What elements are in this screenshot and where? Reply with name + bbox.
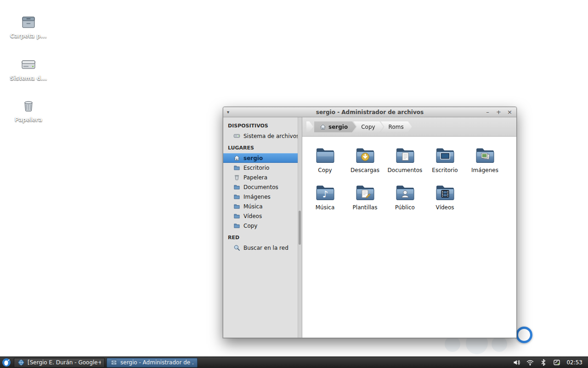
wifi-icon[interactable]	[526, 359, 534, 366]
file-documentos[interactable]: Documentos	[385, 144, 425, 181]
sidebar-item-sistema-de-archivos[interactable]: Sistema de archivos	[223, 131, 302, 141]
file-label: Documentos	[388, 167, 423, 173]
window-body: DISPOSITIVOS Sistema de archivos LUGARES…	[223, 117, 516, 338]
folder-icon	[233, 193, 240, 200]
file-label: Imágenes	[471, 167, 498, 173]
titlebar[interactable]: ▾ sergio - Administrador de archivos – +…	[223, 107, 516, 117]
sidebar-item-label: Copy	[243, 223, 257, 229]
sidebar-section-lugares: LUGARES	[223, 141, 302, 153]
file-musica[interactable]: Música	[305, 181, 345, 218]
bluetooth-icon[interactable]	[540, 359, 547, 366]
sidebar-item-musica[interactable]: Música	[223, 201, 302, 211]
sidebar-item-label: Sistema de archivos	[243, 133, 299, 139]
sidebar-item-buscar-en-la-red[interactable]: Buscar en la red	[223, 243, 302, 253]
folder-icon	[233, 184, 240, 190]
system-tray: 02:53	[513, 359, 588, 366]
sidebar-item-label: Buscar en la red	[243, 245, 288, 251]
sidebar-item-label: sergio	[243, 155, 263, 161]
sidebar-section-red: RED	[223, 230, 302, 243]
sidebar-item-documentos[interactable]: Documentos	[223, 182, 302, 192]
minimize-button[interactable]: –	[485, 109, 491, 115]
breadcrumb-copy[interactable]: Copy	[353, 121, 383, 132]
desktop-icon-label: Papelera	[7, 116, 50, 123]
folder-documents-icon	[394, 144, 416, 166]
sidebar-item-label: Papelera	[243, 174, 267, 181]
sidebar-scrollbar[interactable]	[298, 117, 302, 338]
desktop-icon-filesystem[interactable]: Sistema d...	[7, 56, 50, 81]
maximize-button[interactable]: +	[496, 109, 502, 115]
desktop-icon-home-folder[interactable]: Carpeta p...	[7, 13, 50, 39]
input-device-icon[interactable]	[553, 359, 560, 366]
sidebar-item-escritorio[interactable]: Escritorio	[223, 163, 302, 172]
file-label: Descargas	[351, 167, 379, 173]
xfce-logo-icon	[2, 358, 11, 367]
sidebar-item-copy[interactable]: Copy	[223, 221, 302, 230]
folder-download-icon	[354, 144, 376, 166]
home-icon	[233, 155, 240, 161]
sidebar-item-imagenes[interactable]: Imágenes	[223, 192, 302, 201]
window-menu-icon[interactable]: ▾	[227, 109, 229, 115]
content-pane: sergio Copy Roms Copy Descargas	[302, 117, 516, 338]
sidebar-item-label: Documentos	[243, 184, 278, 190]
taskbar-window-label: sergio - Administrador de ...	[120, 359, 194, 366]
close-button[interactable]: ×	[507, 109, 513, 115]
browser-icon	[17, 359, 25, 366]
file-label: Copy	[318, 167, 332, 173]
folder-images-icon	[474, 144, 496, 166]
volume-icon[interactable]	[513, 359, 520, 366]
scrollbar-thumb[interactable]	[299, 211, 301, 245]
taskbar-window-google-plus[interactable]: [Sergio E. Durán - Google+ ...	[14, 358, 105, 368]
folder-icon	[314, 144, 336, 166]
breadcrumb-sergio[interactable]: sergio	[314, 121, 356, 132]
desktop-icon-label: Carpeta p...	[7, 33, 50, 39]
taskbar-window-file-manager[interactable]: sergio - Administrador de ...	[107, 358, 198, 368]
taskbar: [Sergio E. Durán - Google+ ... sergio - …	[0, 356, 588, 368]
breadcrumb-roms[interactable]: Roms	[381, 121, 412, 132]
folder-music-icon	[314, 181, 336, 203]
decoration-circle	[492, 336, 507, 352]
home-icon	[320, 124, 326, 130]
decoration-circle	[445, 336, 460, 352]
sidebar: DISPOSITIVOS Sistema de archivos LUGARES…	[223, 117, 302, 338]
folder-templates-icon	[354, 181, 376, 203]
desktop-icon-trash[interactable]: Papelera	[7, 97, 50, 123]
filesystem-drive-icon	[19, 56, 38, 74]
breadcrumb-label: Roms	[389, 124, 404, 130]
file-descargas[interactable]: Descargas	[345, 144, 385, 181]
sidebar-section-dispositivos: DISPOSITIVOS	[223, 119, 302, 131]
sidebar-item-label: Vídeos	[243, 213, 262, 219]
file-videos[interactable]: Vídeos	[425, 181, 465, 218]
file-publico[interactable]: Público	[385, 181, 425, 218]
file-icon-view[interactable]: Copy Descargas Documentos Escritorio Imá…	[302, 137, 516, 338]
folder-videos-icon	[434, 181, 456, 203]
file-manager-window: ▾ sergio - Administrador de archivos – +…	[223, 107, 517, 338]
home-folder-icon	[19, 13, 38, 32]
file-manager-icon	[110, 359, 118, 366]
network-search-icon	[233, 244, 240, 251]
sidebar-item-label: Escritorio	[243, 165, 269, 171]
trash-icon	[19, 97, 38, 115]
window-title: sergio - Administrador de archivos	[223, 109, 516, 115]
pathbar-stub	[306, 121, 313, 132]
breadcrumb-label: sergio	[328, 124, 348, 130]
folder-icon	[233, 164, 240, 171]
file-copy[interactable]: Copy	[305, 144, 345, 181]
drive-icon	[233, 132, 240, 139]
file-label: Vídeos	[435, 205, 454, 211]
sidebar-item-sergio[interactable]: sergio	[223, 153, 302, 163]
file-label: Música	[316, 205, 335, 211]
file-label: Plantillas	[353, 205, 378, 211]
folder-icon	[233, 213, 240, 219]
file-escritorio[interactable]: Escritorio	[425, 144, 465, 181]
folder-desktop-icon	[434, 144, 456, 166]
sidebar-item-label: Imágenes	[243, 194, 271, 200]
file-imagenes[interactable]: Imágenes	[465, 144, 505, 181]
applications-menu-button[interactable]	[1, 357, 11, 368]
file-plantillas[interactable]: Plantillas	[345, 181, 385, 218]
sidebar-item-papelera[interactable]: Papelera	[223, 172, 302, 182]
decoration-ring	[516, 327, 532, 343]
clock: 02:53	[566, 359, 582, 366]
folder-icon	[233, 222, 240, 229]
sidebar-item-videos[interactable]: Vídeos	[223, 211, 302, 221]
desktop-icon-label: Sistema d...	[7, 75, 50, 81]
